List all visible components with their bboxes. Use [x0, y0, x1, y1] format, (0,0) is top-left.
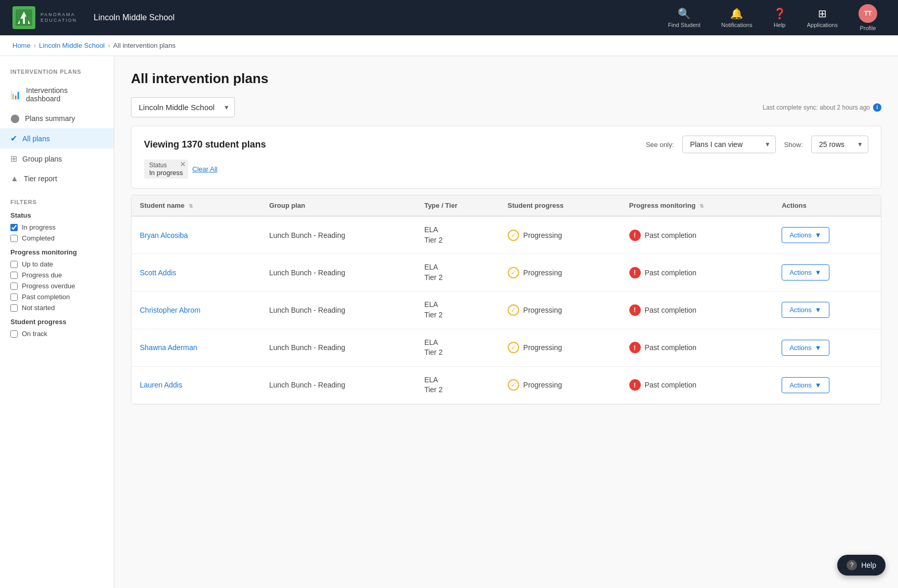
filter-progress-due-checkbox[interactable] [10, 272, 18, 279]
filter-tag-close-icon[interactable]: ✕ [180, 161, 186, 168]
cell-student-progress-1: ✓ Progressing [499, 254, 621, 291]
cell-type-tier-0: ELA Tier 2 [416, 216, 499, 254]
breadcrumb-sep-2: › [108, 42, 110, 49]
progress-text-1: Progressing [523, 269, 562, 277]
filters-title: FILTERS [10, 199, 103, 205]
alert-icon-2: ! [629, 304, 641, 316]
progress-check-icon-1: ✓ [508, 267, 519, 278]
sidebar-item-label: Interventions dashboard [26, 86, 103, 103]
cell-group-plan-4: Lunch Bunch - Reading [261, 366, 416, 404]
actions-button-4[interactable]: Actions ▼ [782, 377, 829, 393]
progress-check-icon-2: ✓ [508, 304, 519, 316]
cell-progress-monitoring-0: ! Past completion [621, 216, 774, 254]
actions-button-3[interactable]: Actions ▼ [782, 340, 829, 356]
student-link-0[interactable]: Bryan Alcosiba [140, 231, 188, 239]
cell-actions-0: Actions ▼ [773, 216, 881, 254]
progress-text-2: Progressing [523, 306, 562, 314]
sidebar-item-plans-summary[interactable]: ⬤ Plans summary [0, 108, 114, 128]
info-icon[interactable]: i [873, 103, 881, 112]
cell-type-tier-3: ELA Tier 2 [416, 329, 499, 366]
actions-button-2[interactable]: Actions ▼ [782, 302, 829, 318]
filter-on-track[interactable]: On track [10, 330, 103, 338]
help-fab-icon: ? [847, 560, 857, 570]
viewing-row: Viewing 1370 student plans See only: Pla… [144, 136, 868, 153]
progress-monitoring-filter-title: Progress monitoring [10, 248, 103, 256]
col-progress-monitoring[interactable]: Progress monitoring ⇅ [621, 195, 774, 216]
applications-nav-item[interactable]: ⊞ Applications [799, 3, 846, 32]
cell-actions-2: Actions ▼ [773, 291, 881, 329]
nav-actions: 🔍 Find Student 🔔 Notifications ❓ Help ⊞ … [659, 0, 886, 35]
sidebar-item-tier-report[interactable]: ▲ Tier report [0, 169, 114, 189]
filter-in-progress[interactable]: In progress [10, 223, 103, 231]
check-circle-icon: ✔ [10, 133, 17, 143]
notifications-nav-item[interactable]: 🔔 Notifications [713, 3, 761, 32]
clear-all-button[interactable]: Clear All [192, 165, 217, 173]
cell-type-tier-2: ELA Tier 2 [416, 291, 499, 329]
student-link-3[interactable]: Shawna Aderman [140, 343, 197, 352]
filter-not-started-checkbox[interactable] [10, 304, 18, 312]
filter-past-completion[interactable]: Past completion [10, 293, 103, 301]
filter-tags-row: Status In progress ✕ Clear All [144, 159, 868, 179]
sort-icon-student: ⇅ [189, 203, 193, 209]
cell-group-plan-1: Lunch Bunch - Reading [261, 254, 416, 291]
logo-text: PANORAMA EDUCATION [41, 12, 77, 23]
filter-past-completion-checkbox[interactable] [10, 293, 18, 301]
sidebar-item-all-plans[interactable]: ✔ All plans [0, 128, 114, 149]
tier-3: Tier 2 [424, 348, 491, 358]
intervention-plans-table: Student name ⇅ Group plan Type / Tier St… [131, 195, 881, 405]
main-container: INTERVENTION PLANS 📊 Interventions dashb… [0, 56, 898, 588]
cell-student-name-4: Lauren Addis [131, 366, 261, 404]
filter-progress-overdue[interactable]: Progress overdue [10, 282, 103, 290]
help-nav-item[interactable]: ❓ Help [765, 3, 795, 32]
student-link-4[interactable]: Lauren Addis [140, 381, 182, 389]
see-only-selector-wrapper: Plans I can view ▼ [682, 136, 776, 153]
table-row: Christopher Abrom Lunch Bunch - Reading … [131, 291, 881, 329]
help-fab-button[interactable]: ? Help [837, 555, 886, 576]
sidebar-item-interventions-dashboard[interactable]: 📊 Interventions dashboard [0, 81, 114, 108]
breadcrumb-school[interactable]: Lincoln Middle School [39, 42, 104, 49]
breadcrumb-home[interactable]: Home [12, 42, 31, 49]
filter-up-to-date[interactable]: Up to date [10, 260, 103, 268]
school-selector[interactable]: Lincoln Middle School [131, 97, 235, 117]
monitoring-text-0: Past completion [645, 231, 697, 239]
filter-in-progress-checkbox[interactable] [10, 224, 18, 231]
avatar: TT [859, 4, 877, 23]
filter-up-to-date-checkbox[interactable] [10, 261, 18, 268]
grid2-icon: ⊞ [10, 154, 17, 164]
filter-progress-due[interactable]: Progress due [10, 271, 103, 279]
filter-progress-overdue-checkbox[interactable] [10, 283, 18, 290]
cell-type-tier-1: ELA Tier 2 [416, 254, 499, 291]
profile-nav-item[interactable]: TT Profile [850, 0, 886, 35]
rows-selector-wrapper: 25 rows 50 rows 100 rows ▼ [811, 136, 868, 153]
profile-label: Profile [860, 25, 876, 31]
table-row: Scott Addis Lunch Bunch - Reading ELA Ti… [131, 254, 881, 291]
actions-button-0[interactable]: Actions ▼ [782, 227, 829, 243]
filter-not-started[interactable]: Not started [10, 304, 103, 312]
notifications-label: Notifications [721, 22, 752, 28]
logo[interactable]: PANORAMA EDUCATION [12, 6, 77, 29]
see-only-selector[interactable]: Plans I can view [682, 136, 776, 153]
col-student-name[interactable]: Student name ⇅ [131, 195, 261, 216]
type-3: ELA [424, 338, 491, 348]
filter-in-progress-label: In progress [22, 223, 56, 231]
progress-text-3: Progressing [523, 343, 562, 352]
viewing-banner: Viewing 1370 student plans See only: Pla… [131, 126, 881, 189]
find-student-nav-item[interactable]: 🔍 Find Student [659, 3, 708, 32]
actions-button-1[interactable]: Actions ▼ [782, 264, 829, 280]
nav-school-name: Lincoln Middle School [94, 13, 651, 22]
student-link-1[interactable]: Scott Addis [140, 269, 176, 277]
filter-tag-label: Status [149, 162, 167, 169]
student-link-2[interactable]: Christopher Abrom [140, 306, 201, 314]
alert-icon-3: ! [629, 342, 641, 353]
cell-student-progress-3: ✓ Progressing [499, 329, 621, 366]
help-icon: ❓ [773, 7, 786, 20]
filter-on-track-checkbox[interactable] [10, 330, 18, 338]
filter-completed-checkbox[interactable] [10, 235, 18, 242]
sidebar-item-group-plans[interactable]: ⊞ Group plans [0, 149, 114, 169]
filter-completed[interactable]: Completed [10, 234, 103, 242]
filter-past-completion-label: Past completion [22, 293, 70, 301]
filter-tag-value: In progress [149, 169, 183, 177]
filter-completed-label: Completed [22, 234, 55, 242]
rows-selector[interactable]: 25 rows 50 rows 100 rows [811, 136, 868, 153]
monitoring-text-1: Past completion [645, 269, 697, 277]
